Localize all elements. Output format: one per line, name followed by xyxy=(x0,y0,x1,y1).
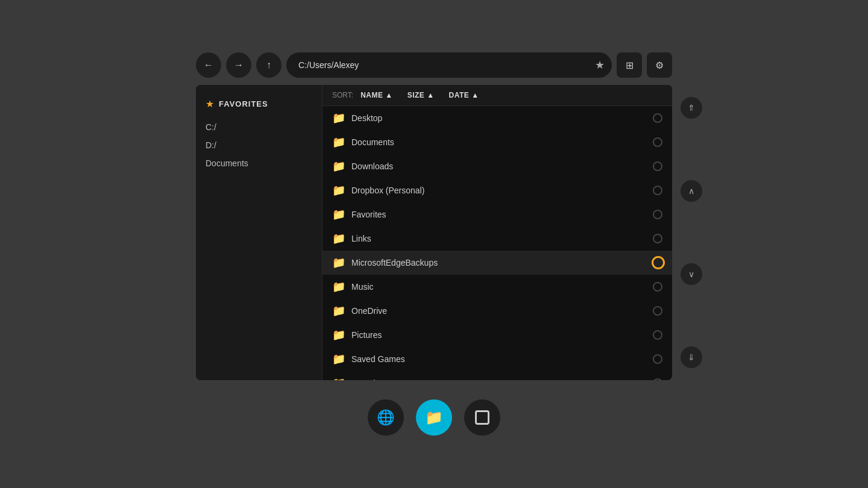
sort-date-button[interactable]: DATE ▲ xyxy=(449,91,479,99)
file-item[interactable]: 📁Documents xyxy=(322,130,672,154)
toolbar: ← → ↑ ★ ⊞ ⚙ xyxy=(196,52,672,78)
file-item[interactable]: 📁Downloads xyxy=(322,154,672,178)
bookmark-icon[interactable]: ★ xyxy=(595,58,605,72)
favorites-label: FAVORITES xyxy=(219,99,268,108)
address-bar: ★ xyxy=(286,52,612,78)
file-item[interactable]: 📁Links xyxy=(322,227,672,251)
folder-icon: 📁 xyxy=(425,409,443,426)
file-item[interactable]: 📁Dropbox (Personal) xyxy=(322,178,672,202)
globe-icon: 🌐 xyxy=(377,409,395,426)
bottom-dock: 🌐 📁 xyxy=(368,399,500,436)
radio-select[interactable] xyxy=(653,378,662,380)
chevron-down-icon: ∨ xyxy=(688,269,694,279)
radio-select[interactable] xyxy=(653,113,662,123)
grid-icon: ⊞ xyxy=(626,60,634,71)
folder-icon: 📁 xyxy=(332,136,345,149)
chevron-up-top-icon: ⇑ xyxy=(688,103,695,113)
folder-icon: 📁 xyxy=(332,111,345,125)
scroll-bottom-button[interactable]: ⇓ xyxy=(681,346,702,368)
file-list-area: SORT: NAME ▲ SIZE ▲ DATE ▲ 📁Desktop📁Docu… xyxy=(322,85,672,380)
folder-icon: 📁 xyxy=(332,184,345,197)
radio-select[interactable] xyxy=(653,306,662,316)
favorites-header: ★ FAVORITES xyxy=(196,95,322,113)
radio-select[interactable] xyxy=(653,186,662,195)
file-name: MicrosoftEdgeBackups xyxy=(351,258,662,267)
file-item[interactable]: 📁Saved Games xyxy=(322,347,672,371)
file-item[interactable]: 📁Music xyxy=(322,275,672,299)
file-item[interactable]: 📁OneDrive xyxy=(322,299,672,323)
forward-button[interactable]: → xyxy=(226,52,251,78)
radio-select[interactable] xyxy=(653,161,662,171)
side-controls: ⇑ ∧ ∨ ⇓ xyxy=(681,85,702,380)
folder-icon: 📁 xyxy=(332,304,345,318)
sort-name-button[interactable]: NAME ▲ xyxy=(360,91,393,99)
sort-label: SORT: xyxy=(332,91,353,99)
settings-icon: ⚙ xyxy=(655,60,664,71)
file-item[interactable]: 📁Favorites xyxy=(322,202,672,227)
up-icon: ↑ xyxy=(266,60,271,70)
sort-size-button[interactable]: SIZE ▲ xyxy=(407,91,435,99)
file-name: Music xyxy=(351,282,653,292)
radio-select[interactable] xyxy=(653,234,662,243)
forward-icon: → xyxy=(234,60,244,70)
scroll-up-button[interactable]: ∧ xyxy=(681,180,702,202)
up-button[interactable]: ↑ xyxy=(256,52,281,78)
address-input[interactable] xyxy=(294,60,595,70)
scan-icon xyxy=(475,410,489,425)
scroll-top-button[interactable]: ⇑ xyxy=(681,97,702,119)
file-name: Dropbox (Personal) xyxy=(351,186,653,195)
scan-dock-button[interactable] xyxy=(464,399,500,436)
settings-button[interactable]: ⚙ xyxy=(647,52,672,78)
radio-select[interactable] xyxy=(653,210,662,219)
globe-dock-button[interactable]: 🌐 xyxy=(368,399,404,436)
favorites-star-icon: ★ xyxy=(206,98,214,110)
chevron-up-icon: ∧ xyxy=(688,186,694,196)
folder-icon: 📁 xyxy=(332,377,345,380)
file-item[interactable]: 📁Pictures xyxy=(322,323,672,347)
scroll-down-button[interactable]: ∨ xyxy=(681,263,702,285)
file-name: Favorites xyxy=(351,210,653,219)
radio-select[interactable] xyxy=(653,137,662,147)
folder-icon: 📁 xyxy=(332,328,345,342)
file-name: Searches xyxy=(351,378,653,380)
sidebar-item-d-drive[interactable]: D:/ xyxy=(196,136,322,154)
back-button[interactable]: ← xyxy=(196,52,221,78)
file-name: Downloads xyxy=(351,161,653,171)
sidebar-item-c-drive[interactable]: C:/ xyxy=(196,118,322,136)
folder-icon: 📁 xyxy=(332,160,345,173)
sort-header: SORT: NAME ▲ SIZE ▲ DATE ▲ xyxy=(322,85,672,106)
radio-select[interactable] xyxy=(653,354,662,364)
folder-icon: 📁 xyxy=(332,256,345,269)
file-name: Links xyxy=(351,234,653,243)
cursor-indicator xyxy=(652,256,665,269)
file-item[interactable]: 📁MicrosoftEdgeBackups xyxy=(322,251,672,275)
file-name: Pictures xyxy=(351,330,653,340)
folder-icon: 📁 xyxy=(332,232,345,245)
sidebar: ★ FAVORITES C:/ D:/ Documents xyxy=(196,85,322,380)
file-item[interactable]: 📁Searches xyxy=(322,371,672,380)
file-name: Documents xyxy=(351,137,653,147)
folder-dock-button[interactable]: 📁 xyxy=(416,399,452,436)
chevron-down-bottom-icon: ⇓ xyxy=(688,352,695,362)
file-name: OneDrive xyxy=(351,306,653,316)
back-icon: ← xyxy=(204,60,213,70)
file-manager: ★ FAVORITES C:/ D:/ Documents SORT: NAME… xyxy=(196,85,672,380)
file-name: Desktop xyxy=(351,113,653,123)
file-items-list: 📁Desktop📁Documents📁Downloads📁Dropbox (Pe… xyxy=(322,106,672,380)
file-name: Saved Games xyxy=(351,354,653,364)
folder-icon: 📁 xyxy=(332,208,345,221)
radio-select[interactable] xyxy=(653,330,662,340)
radio-select[interactable] xyxy=(653,282,662,292)
folder-icon: 📁 xyxy=(332,280,345,293)
file-item[interactable]: 📁Desktop xyxy=(322,106,672,130)
folder-icon: 📁 xyxy=(332,352,345,366)
grid-view-button[interactable]: ⊞ xyxy=(617,52,642,78)
sidebar-item-documents[interactable]: Documents xyxy=(196,154,322,172)
